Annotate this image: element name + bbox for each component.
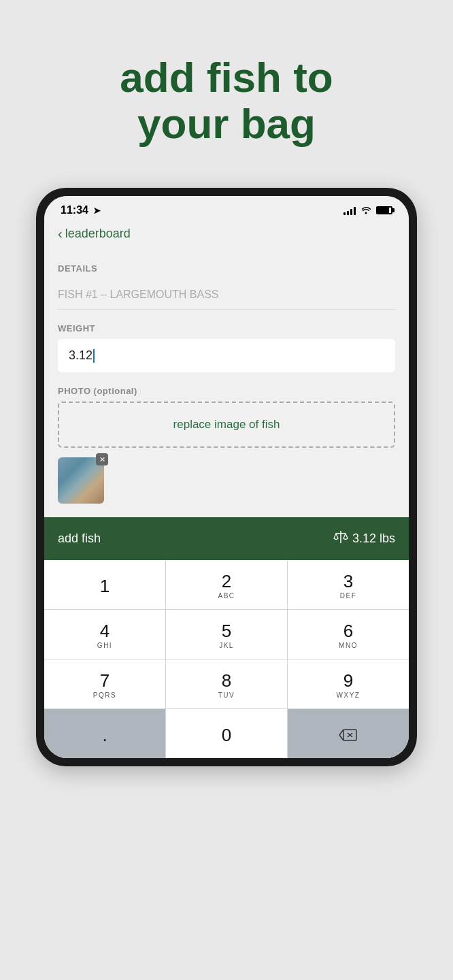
battery-icon: [376, 206, 392, 214]
wifi-icon: [360, 205, 372, 216]
details-label: DETAILS: [58, 263, 395, 274]
location-icon: ➤: [93, 206, 101, 216]
backspace-icon: [339, 728, 358, 742]
remove-photo-button[interactable]: ✕: [96, 453, 108, 466]
weight-value: 3.12: [69, 348, 93, 363]
key-8[interactable]: 8 TUV: [166, 659, 287, 708]
fish-name: FISH #1 – LARGEMOUTH BASS: [58, 280, 395, 310]
status-bar: 11:34 ➤: [44, 196, 409, 220]
hero-title: add fish to your bag: [93, 54, 360, 147]
nav-bar: ‹ leaderboard: [44, 220, 409, 250]
status-time: 11:34 ➤: [61, 204, 101, 216]
key-backspace[interactable]: [288, 709, 409, 758]
svg-line-5: [339, 735, 343, 740]
key-1[interactable]: 1: [44, 560, 165, 609]
back-button[interactable]: ‹ leaderboard: [58, 226, 395, 242]
key-2[interactable]: 2 ABC: [166, 560, 287, 609]
photo-thumbnail-wrapper: ✕: [58, 457, 104, 504]
weight-display: 3.12 lbs: [333, 529, 395, 548]
key-3[interactable]: 3 DEF: [288, 560, 409, 609]
add-fish-bar[interactable]: add fish 3.12 lbs: [44, 517, 409, 560]
svg-line-4: [339, 730, 343, 735]
key-7[interactable]: 7 PQRS: [44, 659, 165, 708]
weight-label: WEIGHT: [58, 323, 395, 333]
key-4[interactable]: 4 GHI: [44, 610, 165, 659]
text-cursor: [93, 349, 95, 363]
photo-label: PHOTO (optional): [58, 386, 395, 396]
key-6[interactable]: 6 MNO: [288, 610, 409, 659]
phone-screen: 11:34 ➤: [44, 196, 409, 758]
status-icons: [343, 205, 392, 216]
key-9[interactable]: 9 WXYZ: [288, 659, 409, 708]
weight-lbs: 3.12 lbs: [352, 532, 395, 546]
key-0[interactable]: 0: [166, 709, 287, 758]
form-content: DETAILS FISH #1 – LARGEMOUTH BASS WEIGHT…: [44, 250, 409, 517]
weight-input[interactable]: 3.12: [58, 339, 395, 372]
signal-icon: [343, 206, 356, 215]
add-fish-label: add fish: [58, 532, 101, 546]
key-decimal[interactable]: .: [44, 709, 165, 758]
key-5[interactable]: 5 JKL: [166, 610, 287, 659]
photo-upload-button[interactable]: replace image of fish: [58, 402, 395, 448]
scale-icon: [333, 529, 348, 548]
phone-mockup: 11:34 ➤: [36, 188, 417, 766]
back-chevron-icon: ‹: [58, 226, 63, 242]
back-label: leaderboard: [65, 227, 131, 241]
numeric-keyboard: 1 2 ABC 3 DEF 4 GHI 5 JKL 6 MNO: [44, 560, 409, 758]
